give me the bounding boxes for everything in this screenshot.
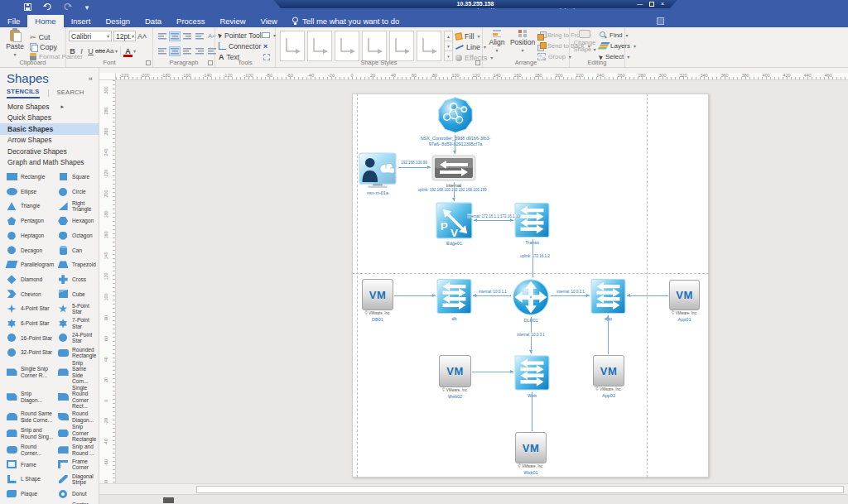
shape-master-parallelogram[interactable]: Parallelogram [2, 257, 54, 272]
customize-qat-icon[interactable]: ▾ [81, 2, 93, 12]
shape-master-snipround2[interactable]: Snip and Round ... [54, 443, 97, 458]
diagram-node-dlr01[interactable] [512, 278, 550, 316]
scrollbar-thumb[interactable] [196, 486, 844, 493]
diagram-node-app02[interactable]: VM [593, 355, 624, 386]
font-dialog-launcher-icon[interactable] [146, 60, 151, 65]
tab-search[interactable]: SEARCH [57, 89, 84, 98]
shape-master-triangle[interactable]: Triangle [2, 199, 54, 214]
shape-master-plaque[interactable]: Plaque [2, 487, 54, 502]
shape-styles-dialog-launcher-icon[interactable] [475, 60, 480, 65]
shape-master-decagon[interactable]: Decagon [2, 242, 54, 257]
underline-button[interactable]: U [86, 46, 95, 56]
shape-master-lshape[interactable]: L Shape [2, 472, 54, 487]
shape-master-roundrect[interactable]: Rounded Rectangle [54, 345, 97, 360]
connector-line[interactable] [532, 239, 533, 277]
rdp-minimize-icon[interactable]: — [637, 1, 643, 7]
shape-master-octagon[interactable]: Octagon [54, 228, 97, 243]
connector-line[interactable] [474, 220, 513, 221]
connector-line[interactable] [551, 295, 590, 296]
diagram-node-app[interactable] [590, 278, 626, 314]
shape-master-chevron[interactable]: Chevron [2, 287, 54, 302]
save-icon[interactable] [22, 2, 33, 12]
ribbon-tab-review[interactable]: Review [212, 15, 253, 27]
shape-master-ellipse[interactable]: Ellipse [2, 185, 54, 199]
shape-style-tile[interactable] [335, 31, 359, 61]
undo-icon[interactable] [41, 2, 53, 12]
line-button[interactable]: Line▾ [455, 41, 486, 52]
shape-master-round1[interactable]: Single Round Corner Rect... [54, 385, 97, 410]
shape-master-star16[interactable]: 16-Point Star [2, 331, 54, 346]
shape-style-tile[interactable] [417, 31, 441, 61]
align-bottom-button[interactable] [181, 46, 193, 56]
shape-master-star5[interactable]: 5-Point Star [54, 301, 97, 316]
italic-button[interactable]: I [77, 46, 86, 56]
shape-master-star7[interactable]: 7-Point Star [54, 316, 97, 331]
shape-master-round2[interactable]: Round Same Side Corne... [2, 410, 54, 425]
shape-style-tile[interactable] [307, 31, 332, 61]
shape-style-tile[interactable] [389, 31, 414, 61]
diagram-node-transit[interactable] [514, 202, 550, 238]
shape-master-snipcorner[interactable]: Snip Corner Rectangle [54, 424, 97, 442]
align-top-button[interactable] [157, 46, 168, 56]
shape-master-framecorner[interactable]: Frame Corner [54, 457, 97, 472]
shape-master-star4[interactable]: 4-Point Star [2, 301, 54, 316]
change-case-button[interactable]: Aa [105, 46, 114, 56]
diagram-node-web01[interactable]: VM [515, 432, 547, 463]
font-size-combo[interactable]: 12pt.▾ [113, 31, 136, 41]
diagram-node-db[interactable] [436, 278, 472, 314]
shape-master-star24[interactable]: 24-Point Star [54, 331, 97, 346]
paragraph-dialog-launcher-icon[interactable] [208, 60, 213, 65]
shape-master-nosymbol[interactable]: No Symbol [2, 502, 54, 504]
align-button[interactable]: Align▾ [486, 30, 508, 54]
diagram-node-internal[interactable] [431, 155, 476, 181]
ribbon-tab-design[interactable]: Design [98, 15, 137, 27]
font-color-button[interactable]: A [123, 46, 132, 56]
connector-line[interactable] [473, 295, 511, 296]
shape-master-circle[interactable]: Circle [54, 185, 97, 199]
stencil-item-basic-shapes[interactable]: Basic Shapes [0, 123, 99, 135]
bullets-button[interactable] [194, 31, 205, 41]
ribbon-tab-home[interactable]: Home [27, 15, 63, 27]
shape-master-trapezoid[interactable]: Trapezoid [54, 257, 97, 272]
shape-master-heptagon[interactable]: Heptagon [2, 228, 54, 243]
shape-master-star6[interactable]: 6-Point Star [2, 316, 54, 331]
drawing-canvas[interactable]: NSX_Controller_39d8 d91b6-3fb3-97a6- 8d5… [116, 80, 848, 483]
connector-line[interactable] [394, 295, 436, 296]
shape-style-tile[interactable] [362, 31, 387, 61]
diagram-node-web02[interactable]: VM [439, 355, 471, 387]
connector-line[interactable] [627, 295, 668, 296]
strikethrough-button[interactable]: abc [95, 46, 105, 56]
shape-master-diagstripe[interactable]: Diagonal Stripe [54, 472, 97, 487]
rdp-restore-icon[interactable] [649, 2, 654, 7]
tell-me-box[interactable]: Tell me what you want to do [292, 15, 399, 27]
shape-master-snipround1[interactable]: Snip and Round Sing... [2, 424, 54, 442]
connector-line[interactable] [608, 315, 609, 354]
grow-font-button[interactable]: A˄ [137, 31, 147, 41]
shape-master-frame[interactable]: Frame [2, 457, 54, 472]
collapse-panel-icon[interactable]: « [89, 74, 93, 83]
connector-line[interactable] [532, 392, 532, 431]
font-family-combo[interactable]: Calibri▾ [69, 31, 112, 41]
shape-master-snip3[interactable]: Snip Diagon... [2, 385, 54, 410]
diagram-node-edge01[interactable]: PV [436, 202, 473, 239]
bold-button[interactable]: B [68, 46, 77, 56]
pointer-tool-button[interactable]: Pointer Tool [219, 30, 262, 41]
align-middle-button[interactable] [169, 46, 181, 56]
ribbon-tab-data[interactable]: Data [137, 15, 169, 27]
diagram-node-web[interactable] [514, 354, 550, 391]
vertical-ruler[interactable]: 3002802602402202001801601401201008060402… [99, 80, 116, 483]
connection-point-button[interactable]: × [263, 41, 267, 51]
gallery-up-icon[interactable]: ▲ [444, 31, 453, 41]
align-center-button[interactable] [169, 31, 181, 41]
shape-master-square[interactable]: Square [54, 170, 97, 185]
diagram-node-app01[interactable]: VM [669, 280, 700, 310]
change-shape-button[interactable]: Change Shape ▾ [571, 30, 598, 53]
shape-master-dragcircle[interactable]: Center Drag Circle [54, 502, 97, 504]
shape-master-diamond[interactable]: Diamond [2, 272, 54, 287]
decrease-indent-button[interactable] [194, 46, 205, 56]
ribbon-tab-view[interactable]: View [253, 15, 285, 27]
diagram-node-db01[interactable]: VM [362, 279, 393, 310]
position-button[interactable]: Position▾ [509, 30, 536, 54]
gallery-down-icon[interactable]: ▼ [444, 41, 453, 51]
align-left-button[interactable] [157, 31, 168, 41]
